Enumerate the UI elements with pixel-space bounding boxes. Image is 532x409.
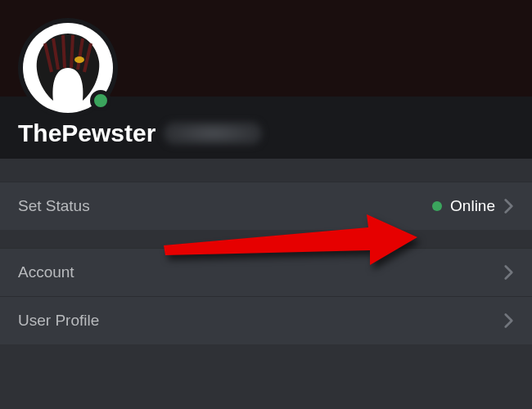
online-dot-icon (432, 201, 442, 211)
discriminator-blurred (164, 122, 262, 145)
presence-indicator (90, 90, 111, 111)
chevron-right-icon (503, 312, 514, 329)
section-spacer (0, 159, 532, 182)
account-label: Account (18, 263, 74, 281)
svg-point-1 (74, 56, 84, 63)
set-status-value-group: Online (432, 197, 514, 215)
user-profile-row[interactable]: User Profile (0, 296, 532, 344)
avatar-container[interactable] (23, 23, 113, 113)
chevron-right-icon (503, 198, 514, 214)
set-status-label: Set Status (18, 197, 90, 215)
username: ThePewster (18, 119, 156, 147)
user-profile-label: User Profile (18, 312, 99, 330)
section-spacer (0, 230, 532, 248)
account-row[interactable]: Account (0, 248, 532, 296)
set-status-row[interactable]: Set Status Online (0, 182, 532, 230)
status-value: Online (450, 197, 495, 215)
settings-list: Set Status Online Account User Profile (0, 182, 532, 344)
chevron-right-icon (503, 264, 514, 281)
profile-header: ThePewster (0, 97, 532, 159)
